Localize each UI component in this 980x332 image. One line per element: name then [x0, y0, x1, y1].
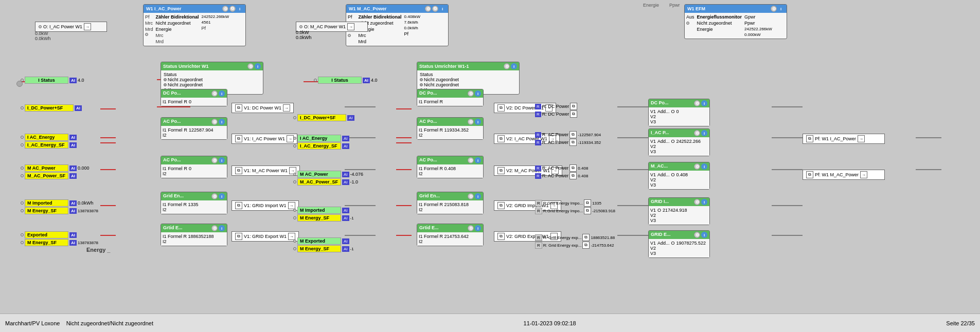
- efm-info-icon[interactable]: i: [778, 6, 784, 12]
- dc-po-r-set[interactable]: ⚙: [468, 90, 474, 97]
- r-mac-1-arrow[interactable]: ⧉: [569, 164, 577, 172]
- mac-add-inf[interactable]: i: [701, 163, 707, 170]
- grid-en-r-set[interactable]: ⚙: [468, 193, 474, 199]
- ac-po2-r-inf[interactable]: i: [475, 157, 481, 163]
- w1-efm-title[interactable]: W1 EFM ⚙ i: [685, 5, 787, 13]
- v1-grid-export-w1[interactable]: ⧉ V1: GRID Export W1 →: [231, 231, 299, 242]
- grid-en-inf[interactable]: i: [219, 193, 225, 199]
- grtid-e-r-inf[interactable]: i: [475, 225, 481, 231]
- v1-dc-power-w1[interactable]: ⧉ V1: DC Power W1 →: [231, 103, 294, 113]
- v1-iac-left-arrow[interactable]: ⧉: [235, 135, 242, 142]
- r-dc-1-arrow[interactable]: ⧉: [570, 103, 577, 110]
- ac-po-r-set[interactable]: ⚙: [468, 119, 474, 125]
- ac-po2-set[interactable]: ⚙: [211, 157, 218, 163]
- r-ac-1-arrow[interactable]: ⧉: [569, 131, 577, 138]
- ac-po-set[interactable]: ⚙: [211, 119, 218, 125]
- r-gexp-2-arrow[interactable]: ⧉: [582, 242, 590, 249]
- mac-transfer-arrow[interactable]: →: [347, 23, 354, 30]
- mac-copy-icon[interactable]: ⧉: [432, 6, 438, 12]
- grid-e-add-set[interactable]: ⚙: [694, 232, 700, 238]
- iac-add-set[interactable]: ⚙: [694, 130, 700, 136]
- grid-e-add-header[interactable]: GRID E... ⚙ i: [649, 231, 709, 239]
- dc-po-r-header[interactable]: DC Po... ⚙ i: [417, 89, 483, 98]
- grtid-e-r-set[interactable]: ⚙: [468, 225, 474, 231]
- v1-dc-right-arrow[interactable]: →: [283, 104, 290, 112]
- grid-en-r-inf[interactable]: i: [475, 193, 481, 199]
- iac-p-add-header[interactable]: I_AC P... ⚙ i: [649, 129, 709, 137]
- dc-po-info[interactable]: i: [219, 90, 225, 97]
- v1-mac-left-arrow[interactable]: ⧉: [235, 167, 242, 174]
- r-mac-2-arrow[interactable]: ⧉: [569, 172, 577, 179]
- o-iac-power-w1[interactable]: O: I_AC Power W1 →: [35, 22, 107, 32]
- grid-i-set[interactable]: ⚙: [694, 199, 700, 205]
- grid-en-set[interactable]: ⚙: [211, 193, 218, 199]
- mac-settings-icon[interactable]: ⚙: [425, 6, 431, 12]
- ac-po-r-inf[interactable]: i: [475, 119, 481, 125]
- copy-icon[interactable]: ⧉: [229, 6, 236, 12]
- ac-po2-inf[interactable]: i: [219, 157, 225, 163]
- v1-iac-right-arrow[interactable]: →: [287, 135, 294, 142]
- v1-grid-exp-left[interactable]: ⧉: [235, 233, 242, 240]
- w1-iac-power-icons[interactable]: ⚙ ⧉ i: [222, 6, 243, 12]
- pf-mac-left[interactable]: ⧉: [806, 171, 813, 178]
- w1-iac-power-title[interactable]: W1 I_AC_Power ⚙ ⧉ i: [144, 5, 245, 13]
- dc-po-header[interactable]: DC Po... ⚙ i: [161, 89, 227, 98]
- v1-iac-power-w1[interactable]: ⧉ V1: I_AC Power W1 →: [231, 134, 297, 144]
- ac-po2-r-set[interactable]: ⚙: [468, 157, 474, 163]
- pf-mac-right[interactable]: →: [860, 171, 867, 178]
- status-w1-1-header[interactable]: Status Umrichter W1-1 ⚙ i: [417, 62, 519, 70]
- ac-po-header[interactable]: AC Po... ⚙ i: [161, 118, 227, 126]
- grid-i-header[interactable]: GRID I... ⚙ i: [649, 198, 709, 206]
- mac-add-set[interactable]: ⚙: [694, 163, 700, 170]
- ac-po-r-header[interactable]: AC Po... ⚙ i: [417, 118, 483, 126]
- dc-po-icons[interactable]: ⚙ i: [211, 90, 225, 97]
- pf-w1-mac-power-output[interactable]: ⧉ Pf: W1 M_AC_Power →: [803, 170, 885, 180]
- r-dc-2-arrow[interactable]: ⧉: [570, 110, 577, 118]
- dc-add-set[interactable]: ⚙: [694, 100, 700, 106]
- ac-po2-header[interactable]: AC Po... ⚙ i: [161, 156, 227, 164]
- v1-mac-power-w1[interactable]: ⧉ V1: M_AC Power W1 →: [231, 165, 300, 176]
- grtid-e-header[interactable]: Grtid E... ⚙ i: [161, 224, 227, 232]
- status-w1-header[interactable]: Status Umrichter W1 ⚙ i: [161, 62, 263, 70]
- r-ac-2-arrow[interactable]: ⧉: [569, 139, 577, 146]
- status1-settings[interactable]: ⚙: [504, 63, 510, 69]
- r-gimp-2-arrow[interactable]: ⧉: [584, 207, 591, 214]
- mac-add-header[interactable]: M_AC... ⚙ i: [649, 162, 709, 171]
- v2-grid-exp-left[interactable]: ⧉: [497, 233, 505, 240]
- grid-i-inf[interactable]: i: [701, 199, 707, 205]
- grid-en-r-header[interactable]: Grid En... ⚙ i: [417, 192, 483, 200]
- efm-settings-icon[interactable]: ⚙: [771, 6, 777, 12]
- grtid-e-set[interactable]: ⚙: [211, 225, 218, 231]
- mac-icons[interactable]: ⚙ ⧉ i: [425, 6, 446, 12]
- ac-po2-r-header[interactable]: AC Po... ⚙ i: [417, 156, 483, 164]
- dc-po-add-header[interactable]: DC Po... ⚙ i: [649, 99, 709, 107]
- v1-grid-imp-left[interactable]: ⧉: [235, 202, 242, 209]
- dc-add-inf[interactable]: i: [701, 100, 707, 106]
- grid-en-header[interactable]: Grid En... ⚙ i: [161, 192, 227, 200]
- settings-icon[interactable]: ⚙: [222, 6, 228, 12]
- status-settings[interactable]: ⚙: [247, 63, 254, 69]
- info-icon[interactable]: i: [237, 6, 243, 12]
- dc-po-settings[interactable]: ⚙: [211, 90, 218, 97]
- v2-dc-left[interactable]: ⧉: [497, 104, 505, 112]
- pf-iac-left[interactable]: ⧉: [806, 135, 813, 142]
- v1-dc-left-arrow[interactable]: ⧉: [235, 104, 242, 112]
- v1-grid-import-w1[interactable]: ⧉ V1: GRID Import W1 →: [231, 200, 299, 211]
- w1-mac-power-title[interactable]: W1 M_AC_Power ⚙ ⧉ i: [346, 5, 448, 13]
- efm-icons[interactable]: ⚙ i: [771, 6, 784, 12]
- v2-grid-imp-left[interactable]: ⧉: [497, 202, 505, 209]
- ac-po-inf[interactable]: i: [219, 119, 225, 125]
- dc-po-r-inf[interactable]: i: [475, 90, 481, 97]
- status1-icons[interactable]: ⚙ i: [504, 63, 517, 69]
- mac-info-icon[interactable]: i: [439, 6, 446, 12]
- status1-info[interactable]: i: [511, 63, 517, 69]
- r-gexp-1-arrow[interactable]: ⧉: [582, 234, 590, 241]
- v2-mac-left[interactable]: ⧉: [497, 167, 505, 174]
- grtid-e-inf[interactable]: i: [219, 225, 225, 231]
- iac-add-inf[interactable]: i: [701, 130, 707, 136]
- grid-e-add-inf[interactable]: i: [701, 232, 707, 238]
- status-info[interactable]: i: [255, 63, 261, 69]
- transfer-arrow[interactable]: →: [84, 23, 91, 30]
- v2-iac-left[interactable]: ⧉: [497, 135, 505, 142]
- pf-w1-iac-power-output[interactable]: ⧉ Pf: W1 I_AC_Power →: [803, 134, 885, 144]
